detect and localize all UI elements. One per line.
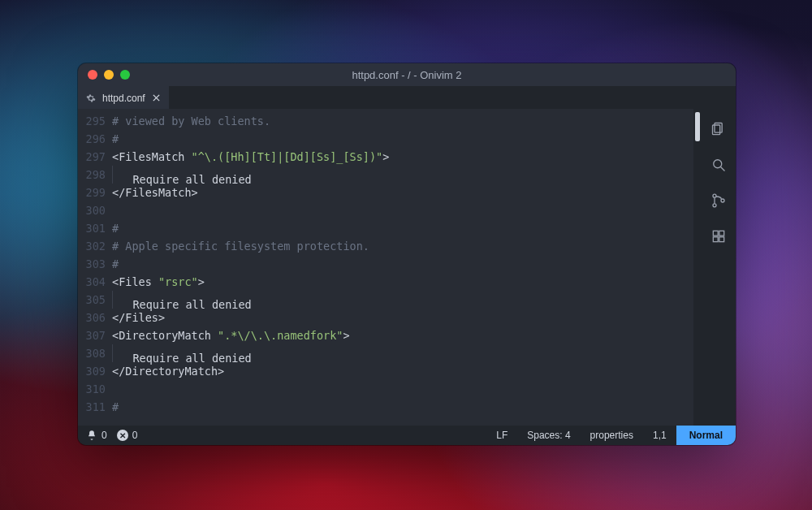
- code-line[interactable]: </FilesMatch>: [112, 184, 693, 201]
- code-line[interactable]: #: [112, 398, 693, 416]
- explorer-icon[interactable]: [710, 120, 728, 138]
- extensions-icon[interactable]: [710, 227, 728, 245]
- code-line[interactable]: <DirectoryMatch ".*\/\.\.namedfork">: [112, 326, 693, 344]
- svg-rect-10: [719, 237, 724, 242]
- window-title: httpd.conf - / - Onivim 2: [78, 69, 736, 81]
- notifications-count: 0: [102, 430, 107, 441]
- code-line[interactable]: Require all denied: [112, 291, 693, 309]
- code-line[interactable]: [112, 380, 693, 398]
- app-window: httpd.conf - / - Onivim 2 httpd.conf 295…: [78, 63, 736, 445]
- code-line[interactable]: Require all denied: [112, 166, 693, 184]
- svg-rect-9: [713, 237, 718, 242]
- svg-line-3: [721, 167, 725, 171]
- traffic-lights: [88, 70, 130, 80]
- gear-icon: [86, 93, 96, 103]
- status-position[interactable]: 1,1: [643, 426, 676, 445]
- status-filetype[interactable]: properties: [581, 426, 643, 445]
- editor[interactable]: 2952962972982993003013023033043053063073…: [78, 109, 702, 426]
- errors-count: 0: [132, 430, 138, 441]
- bell-icon: [86, 430, 97, 441]
- svg-rect-8: [719, 231, 724, 236]
- code-line[interactable]: # Apple specific filesystem protection.: [112, 237, 693, 255]
- code-line[interactable]: #: [112, 130, 693, 148]
- search-icon[interactable]: [710, 156, 728, 174]
- status-bar: 0 ✕ 0 LF Spaces: 4 properties 1,1 Normal: [78, 426, 736, 445]
- tab-close-button[interactable]: [152, 93, 161, 102]
- scrollbar-thumb[interactable]: [695, 112, 700, 141]
- status-mode: Normal: [676, 426, 736, 445]
- code-line[interactable]: <FilesMatch "^\.([Hh][Tt]|[Dd][Ss]_[Ss])…: [112, 148, 693, 166]
- svg-point-6: [721, 199, 724, 202]
- tab-httpd-conf[interactable]: httpd.conf: [78, 86, 169, 109]
- svg-point-2: [714, 160, 722, 168]
- code-line[interactable]: </Files>: [112, 309, 693, 326]
- code-line[interactable]: #: [112, 219, 693, 237]
- status-indent[interactable]: Spaces: 4: [517, 426, 580, 445]
- code-line[interactable]: Require all denied: [112, 344, 693, 362]
- source-control-icon[interactable]: [710, 192, 728, 210]
- status-errors[interactable]: ✕ 0: [117, 430, 138, 441]
- code-line[interactable]: # viewed by Web clients.: [112, 112, 693, 130]
- activity-bar: [702, 109, 736, 426]
- error-icon: ✕: [117, 430, 128, 441]
- status-eol[interactable]: LF: [486, 426, 517, 445]
- svg-point-5: [713, 204, 716, 207]
- code-line[interactable]: [112, 201, 693, 219]
- tab-label: httpd.conf: [102, 93, 145, 104]
- window-zoom-button[interactable]: [120, 70, 130, 80]
- tab-strip: httpd.conf: [78, 86, 736, 109]
- svg-point-4: [713, 194, 716, 197]
- title-bar: httpd.conf - / - Onivim 2: [78, 63, 736, 86]
- window-close-button[interactable]: [88, 70, 97, 80]
- code-line[interactable]: #: [112, 255, 693, 273]
- editor-body: 2952962972982993003013023033043053063073…: [78, 109, 736, 426]
- code-line[interactable]: <Files "rsrc">: [112, 273, 693, 291]
- svg-rect-7: [713, 231, 718, 236]
- status-notifications[interactable]: 0: [86, 430, 107, 441]
- window-minimize-button[interactable]: [104, 70, 114, 80]
- svg-rect-0: [715, 123, 722, 133]
- gutter: 2952962972982993003013023033043053063073…: [78, 109, 112, 426]
- scrollbar-track[interactable]: [693, 109, 702, 426]
- svg-rect-1: [713, 125, 720, 135]
- code-line[interactable]: </DirectoryMatch>: [112, 362, 693, 380]
- code-area[interactable]: # viewed by Web clients.#<FilesMatch "^\…: [112, 109, 693, 426]
